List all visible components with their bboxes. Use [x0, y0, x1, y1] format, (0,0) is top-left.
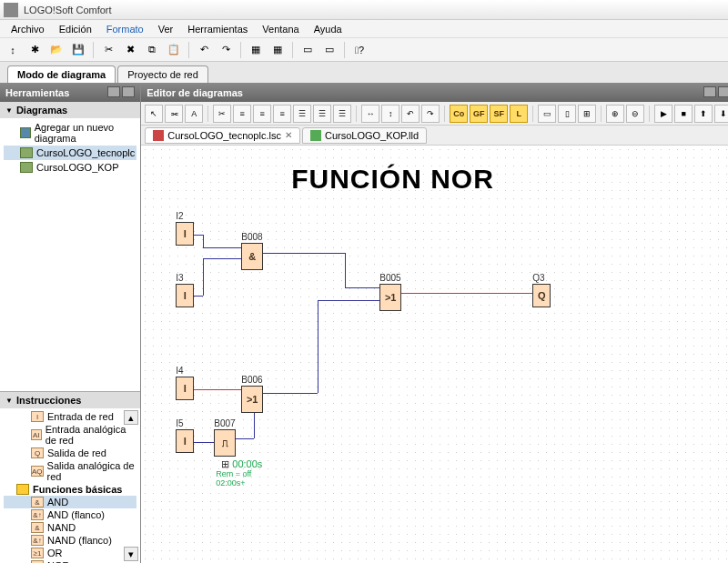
tool-copy-icon[interactable]: ⧉ — [143, 41, 161, 59]
block-i5[interactable]: I5I — [176, 418, 194, 453]
etool-align-l-icon[interactable]: ≡ — [233, 105, 251, 123]
titlebar: LOGO!Soft Comfort — [0, 0, 728, 20]
block-i3[interactable]: I3I — [176, 273, 194, 307]
block-b005[interactable]: B005>1 — [379, 273, 401, 311]
editor-max-icon[interactable] — [718, 86, 728, 97]
tree-diagram-tecnoplc[interactable]: CursoLOGO_tecnoplc — [4, 146, 136, 160]
block-b006[interactable]: B006>1 — [241, 375, 263, 413]
instr-group-basic[interactable]: Funciones básicas — [4, 483, 136, 496]
etool-gf-icon[interactable]: GF — [470, 105, 488, 123]
editor-toolbar: ↖ ⫘ A ✂ ≡ ≡ ≡ ☰ ☰ ☰ ↔ ↕ ↶ ↷ Co GF SF L ▭… — [141, 102, 728, 126]
etool-cut-icon[interactable]: ✂ — [213, 105, 231, 123]
etool-sim-icon[interactable]: ▶ — [654, 105, 672, 123]
etool-co-icon[interactable]: Co — [450, 105, 468, 123]
filetab-kop[interactable]: CursoLOGO_KOP.lld — [302, 127, 427, 144]
tree-diagram-kop[interactable]: CursoLOGO_KOP — [4, 160, 136, 175]
menu-ver[interactable]: Ver — [151, 22, 181, 36]
menu-formato[interactable]: Formato — [99, 22, 151, 36]
instr-and[interactable]: &AND — [4, 496, 136, 508]
close-tab-icon[interactable]: ✕ — [285, 130, 292, 140]
tool-align2-icon[interactable]: ▦ — [268, 41, 287, 59]
tool-save-icon[interactable]: 💾 — [69, 41, 87, 59]
instr-net-analog-output[interactable]: AQSalida analógica de red — [4, 459, 136, 483]
etool-page3-icon[interactable]: ⊞ — [578, 105, 596, 123]
etool-redo-icon[interactable]: ↷ — [421, 105, 440, 123]
etool-align-c-icon[interactable]: ≡ — [253, 105, 271, 123]
block-b008[interactable]: B008& — [241, 232, 263, 270]
etool-page1-icon[interactable]: ▭ — [538, 105, 556, 123]
menu-edicion[interactable]: Edición — [52, 22, 99, 36]
etool-page2-icon[interactable]: ▯ — [558, 105, 576, 123]
tree-add-diagram[interactable]: Agregar un nuevo diagrama — [4, 120, 136, 146]
left-panel: Herramientas Diagramas Agregar un nuevo … — [0, 84, 141, 563]
etool-align-m-icon[interactable]: ☰ — [313, 105, 331, 123]
etool-sf-icon[interactable]: SF — [490, 105, 508, 123]
instr-nand-edge[interactable]: &↑NAND (flanco) — [4, 534, 136, 547]
instr-net-output[interactable]: QSalida de red — [4, 447, 136, 459]
etool-align-t-icon[interactable]: ☰ — [293, 105, 311, 123]
etool-connect-icon[interactable]: ⫘ — [165, 105, 183, 123]
etool-undo-icon[interactable]: ↶ — [401, 105, 420, 123]
tool-undo-icon[interactable]: ↶ — [195, 41, 213, 59]
block-i2[interactable]: I2I — [176, 211, 194, 246]
etool-download-icon[interactable]: ⬇ — [714, 105, 728, 123]
editor-min-icon[interactable] — [703, 86, 716, 97]
etool-text-icon[interactable]: A — [185, 105, 203, 123]
app-title: LOGO!Soft Comfort — [24, 5, 112, 15]
menu-ventana[interactable]: Ventana — [255, 22, 306, 36]
diagrams-subheader[interactable]: Diagramas — [0, 102, 140, 118]
panel-max-icon[interactable] — [122, 86, 135, 97]
tool-delete-icon[interactable]: ✖ — [121, 41, 139, 59]
etool-dist-v-icon[interactable]: ↕ — [381, 105, 399, 123]
panel-min-icon[interactable] — [107, 86, 120, 97]
block-i4[interactable]: I4I — [176, 366, 194, 400]
filetab-tecnoplc[interactable]: CursoLOGO_tecnoplc.lsc ✕ — [145, 127, 300, 144]
tool-window2-icon[interactable]: ▭ — [320, 41, 339, 59]
menu-archivo[interactable]: Archivo — [4, 22, 52, 36]
tool-cut-icon[interactable]: ✂ — [99, 41, 117, 59]
menubar: Archivo Edición Formato Ver Herramientas… — [0, 20, 728, 38]
tool-paste-icon[interactable]: 📋 — [165, 41, 183, 59]
etool-l-icon[interactable]: L — [510, 105, 528, 123]
instr-nor[interactable]: ≥1NOR — [4, 559, 136, 563]
etool-align-r-icon[interactable]: ≡ — [273, 105, 291, 123]
tab-diagram-mode[interactable]: Modo de diagrama — [7, 65, 116, 83]
instructions-subheader[interactable]: Instrucciones — [0, 392, 140, 408]
instr-or[interactable]: ≥1OR — [4, 547, 136, 559]
timer-rem: Rem = off — [216, 469, 251, 478]
etool-test-icon[interactable]: ■ — [674, 105, 693, 123]
menu-ayuda[interactable]: Ayuda — [307, 22, 349, 36]
main-toolbar: ↕ ✱ 📂 💾 ✂ ✖ ⧉ 📋 ↶ ↷ ▦ ▦ ▭ ▭ 𖦏? — [0, 38, 728, 62]
scroll-down-icon[interactable]: ▾ — [124, 547, 138, 561]
tab-network-project[interactable]: Proyecto de red — [117, 65, 208, 83]
file-icon — [310, 130, 321, 141]
timer-dur: 02:00s+ — [216, 478, 245, 488]
instr-net-input[interactable]: IEntrada de red — [4, 410, 136, 423]
tool-transfer-icon[interactable]: ↕ — [4, 41, 22, 59]
instr-net-analog-input[interactable]: AIEntrada analógica de red — [4, 423, 136, 447]
etool-pointer-icon[interactable]: ↖ — [145, 105, 163, 123]
filetab-label: CursoLOGO_KOP.lld — [325, 130, 419, 141]
diagram-title: FUNCIÓN NOR — [291, 164, 494, 195]
etool-zoomout-icon[interactable]: ⊖ — [626, 105, 644, 123]
diagram-canvas[interactable]: FUNCIÓN NOR I2I I3I I4I I5I — [141, 146, 728, 563]
tool-open-icon[interactable]: 📂 — [47, 41, 66, 59]
etool-zoomin-icon[interactable]: ⊕ — [606, 105, 624, 123]
filetab-label: CursoLOGO_tecnoplc.lsc — [167, 130, 281, 141]
tool-help-icon[interactable]: 𖦏? — [350, 41, 369, 59]
etool-upload-icon[interactable]: ⬆ — [694, 105, 713, 123]
tool-align1-icon[interactable]: ▦ — [247, 41, 265, 59]
editor-header: Editor de diagramas — [141, 84, 728, 102]
instr-nand[interactable]: &NAND — [4, 521, 136, 534]
block-b007[interactable]: B007⎍ — [214, 418, 236, 457]
app-icon — [4, 3, 18, 17]
timer-value: 00:00s — [232, 458, 262, 469]
tool-redo-icon[interactable]: ↷ — [217, 41, 235, 59]
block-q3[interactable]: Q3Q — [532, 273, 551, 307]
instr-and-edge[interactable]: &↑AND (flanco) — [4, 508, 136, 521]
etool-align-b-icon[interactable]: ☰ — [333, 105, 351, 123]
tool-window1-icon[interactable]: ▭ — [298, 41, 317, 59]
tool-new-icon[interactable]: ✱ — [25, 41, 44, 59]
menu-herramientas[interactable]: Herramientas — [180, 22, 255, 36]
etool-dist-h-icon[interactable]: ↔ — [361, 105, 379, 123]
